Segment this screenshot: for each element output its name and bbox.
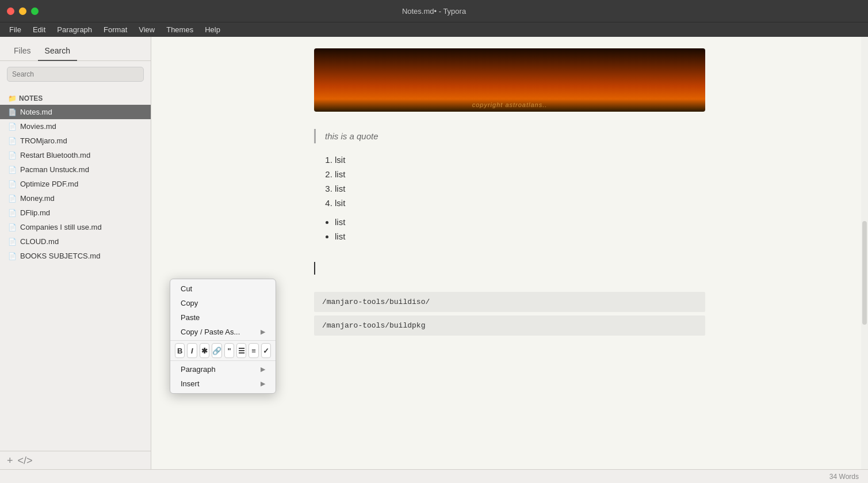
list-item: lsit [335, 198, 705, 208]
context-menu: Cut Copy Paste Copy / Paste As... ▶ B I … [170, 279, 276, 394]
search-input[interactable] [7, 67, 144, 82]
file-icon: 📄 [8, 238, 17, 246]
file-item[interactable]: 📄 Restart Bluetooth.md [0, 148, 151, 162]
submenu-arrow-icon: ▶ [261, 366, 265, 373]
code-block: /manjaro-tools/buildpkg [314, 315, 705, 336]
file-icon: 📄 [8, 223, 17, 231]
file-icon: 📄 [8, 137, 17, 145]
file-item[interactable]: 📄 TROMjaro.md [0, 134, 151, 148]
ctx-paste[interactable]: Paste [170, 310, 276, 325]
file-item[interactable]: 📄 Optimize PDF.md [0, 177, 151, 191]
list-item: list [335, 184, 705, 193]
file-name: TROMjaro.md [20, 136, 67, 145]
menubar: File Edit Paragraph Format View Themes H… [0, 22, 868, 37]
file-name: CLOUD.md [20, 237, 59, 246]
file-icon: 📄 [8, 195, 17, 203]
code-text: /manjaro-tools/buildpkg [322, 321, 425, 330]
scrollbar-track[interactable] [861, 37, 868, 469]
hero-image: copyright astroatlans.. [314, 48, 705, 112]
blockquote-text: this is a quote [325, 131, 378, 141]
bold-btn[interactable]: B [175, 343, 185, 358]
ctx-paste-label: Paste [181, 313, 200, 322]
menu-file[interactable]: File [5, 24, 26, 35]
minimize-button[interactable] [19, 7, 26, 15]
list-item: list [335, 217, 705, 227]
ctx-cut[interactable]: Cut [170, 282, 276, 296]
check-btn[interactable]: ✓ [261, 343, 271, 358]
titlebar: Notes.md• - Typora [0, 0, 868, 22]
file-item[interactable]: 📄 Notes.md [0, 105, 151, 119]
ctx-insert-label: Insert [181, 379, 200, 388]
menu-edit[interactable]: Edit [28, 24, 50, 35]
sidebar-bottom: + </> [0, 451, 151, 469]
code-text: /manjaro-tools/buildiso/ [322, 298, 430, 306]
maximize-button[interactable] [31, 7, 39, 15]
add-file-button[interactable]: + [7, 455, 13, 466]
file-name: DFlip.md [20, 208, 50, 217]
hero-image-caption: copyright astroatlans.. [472, 101, 548, 112]
ctx-copy[interactable]: Copy [170, 296, 276, 310]
file-item[interactable]: 📄 DFlip.md [0, 206, 151, 220]
file-icon: 📄 [8, 108, 17, 116]
list-item: list [335, 169, 705, 179]
sidebar-tabs: Files Search [0, 37, 151, 61]
file-item[interactable]: 📄 Movies.md [0, 119, 151, 134]
window-controls [7, 7, 39, 15]
file-icon: 📄 [8, 252, 17, 260]
list-ordered-btn[interactable]: ☰ [236, 343, 246, 358]
list-item: lsit [335, 155, 705, 165]
ctx-toolbar: B I ✱ 🔗 " ☰ ≡ ✓ [170, 340, 276, 361]
menu-format[interactable]: Format [99, 24, 132, 35]
quote-btn[interactable]: " [224, 343, 234, 358]
file-name: BOOKS SUBJETCS.md [20, 252, 100, 260]
file-list: 📁 NOTES 📄 Notes.md 📄 Movies.md 📄 TROMjar… [0, 88, 151, 451]
file-icon: 📄 [8, 123, 17, 131]
ctx-copy-paste-as[interactable]: Copy / Paste As... ▶ [170, 325, 276, 339]
menu-paragraph[interactable]: Paragraph [52, 24, 97, 35]
star-btn[interactable]: ✱ [200, 343, 209, 358]
link-btn[interactable]: 🔗 [212, 343, 222, 358]
file-name: Companies I still use.md [20, 223, 102, 231]
file-name: Pacman Unstuck.md [20, 165, 89, 174]
ctx-paragraph-label: Paragraph [181, 365, 216, 374]
ordered-list: lsit list list lsit [335, 155, 705, 208]
italic-btn[interactable]: I [187, 343, 197, 358]
file-item[interactable]: 📄 CLOUD.md [0, 234, 151, 249]
file-name: Restart Bluetooth.md [20, 151, 90, 159]
file-icon: 📄 [8, 151, 17, 159]
submenu-arrow-icon: ▶ [261, 380, 265, 387]
word-count: 34 Words [829, 473, 859, 481]
list-item: list [335, 231, 705, 241]
file-name: Notes.md [20, 108, 52, 116]
ctx-cut-label: Cut [181, 284, 192, 293]
tab-search[interactable]: Search [38, 43, 77, 61]
file-item[interactable]: 📄 Money.md [0, 191, 151, 206]
file-item[interactable]: 📄 BOOKS SUBJETCS.md [0, 249, 151, 263]
file-item[interactable]: 📄 Companies I still use.md [0, 220, 151, 234]
scrollbar-thumb[interactable] [862, 221, 867, 325]
source-mode-button[interactable]: </> [18, 455, 33, 466]
ctx-paragraph[interactable]: Paragraph ▶ [170, 362, 276, 376]
folder-name: NOTES [19, 94, 43, 102]
file-icon: 📄 [8, 180, 17, 188]
blockquote: this is a quote [314, 129, 705, 143]
file-item[interactable]: 📄 Pacman Unstuck.md [0, 162, 151, 177]
text-cursor [314, 250, 705, 288]
file-name: Movies.md [20, 122, 56, 131]
folder-icon: 📁 [8, 94, 17, 102]
close-button[interactable] [7, 7, 14, 15]
list-unordered-btn[interactable]: ≡ [248, 343, 258, 358]
statusbar: 34 Words [0, 469, 868, 483]
unordered-list: list list [335, 217, 705, 241]
tab-files[interactable]: Files [7, 43, 38, 61]
menu-help[interactable]: Help [200, 24, 225, 35]
editor-area[interactable]: copyright astroatlans.. this is a quote … [151, 37, 868, 469]
file-icon: 📄 [8, 166, 17, 174]
menu-themes[interactable]: Themes [162, 24, 198, 35]
main-layout: Files Search 📁 NOTES 📄 Notes.md 📄 Movies… [0, 37, 868, 469]
ctx-insert[interactable]: Insert ▶ [170, 376, 276, 391]
submenu-arrow-icon: ▶ [261, 328, 265, 336]
ctx-copy-paste-as-label: Copy / Paste As... [181, 328, 240, 336]
code-block: /manjaro-tools/buildiso/ [314, 292, 705, 312]
menu-view[interactable]: View [134, 24, 159, 35]
